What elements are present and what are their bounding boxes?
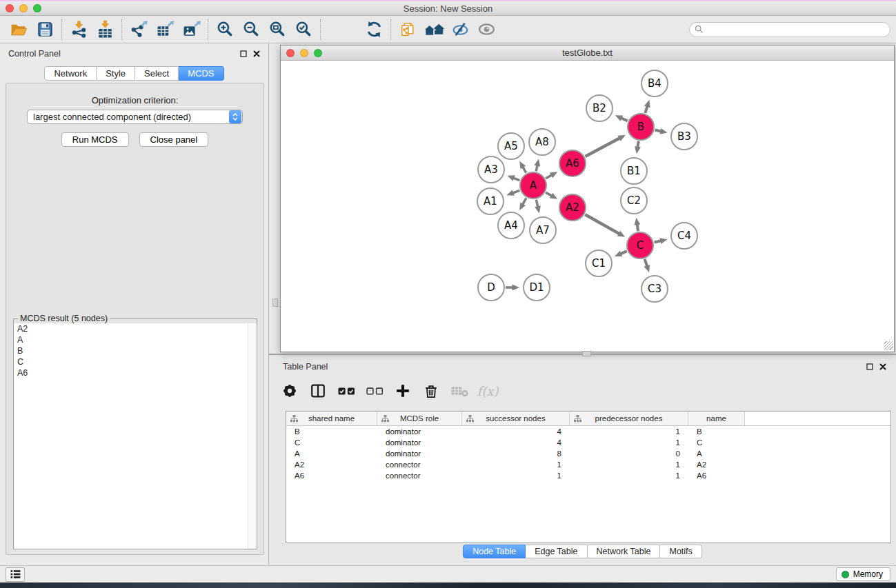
tab-motifs[interactable]: Motifs — [660, 545, 701, 558]
new-network-from-selection-button[interactable] — [395, 19, 421, 41]
network-node-A5[interactable]: A5 — [497, 132, 525, 160]
table-row[interactable]: A6connector11A6 — [286, 470, 890, 481]
export-image-button[interactable] — [178, 19, 204, 41]
split-divider-handle[interactable] — [272, 298, 278, 307]
mcds-result-item[interactable]: A6 — [14, 367, 257, 378]
hide-graphics-details-button[interactable] — [447, 19, 473, 41]
list-scrollbar[interactable] — [248, 323, 257, 549]
save-session-button[interactable] — [32, 19, 58, 41]
network-node-D[interactable]: D — [477, 274, 505, 301]
network-canvas[interactable]: B4B2BB3A8A5A6A3B1AC2A1A2A4A7C4CC1C3DD1 — [281, 61, 894, 351]
table-cell[interactable]: 1 — [570, 459, 688, 470]
table-cell[interactable]: 1 — [462, 459, 570, 470]
edge-A2-C[interactable] — [585, 214, 619, 234]
search-input[interactable] — [689, 22, 890, 37]
table-cell[interactable]: dominator — [377, 426, 462, 437]
run-mcds-button[interactable]: Run MCDS — [61, 132, 129, 147]
memory-button[interactable]: Memory — [836, 567, 890, 581]
table-cell[interactable]: 8 — [462, 448, 570, 459]
mcds-result-item[interactable]: C — [14, 356, 257, 367]
zoom-out-button[interactable] — [238, 19, 264, 41]
table-cell[interactable]: connector — [377, 459, 462, 470]
edge-A6-B[interactable] — [586, 138, 621, 156]
table-cell[interactable]: A6 — [286, 470, 377, 481]
criterion-dropdown[interactable]: largest connected component (directed) — [27, 110, 243, 124]
column-header-predecessor-nodes[interactable]: predecessor nodes — [570, 412, 688, 425]
network-node-C4[interactable]: C4 — [670, 222, 698, 250]
mcds-result-item[interactable]: B — [14, 345, 257, 356]
float-panel-icon[interactable] — [240, 50, 247, 57]
add-row-button[interactable] — [392, 380, 414, 402]
table-cell[interactable]: 0 — [570, 448, 688, 459]
zoom-selected-button[interactable] — [290, 19, 317, 41]
table-row[interactable]: Cdominator41C — [286, 437, 890, 448]
table-row[interactable]: Adominator80A — [286, 448, 890, 459]
table-row[interactable]: A2connector11A2 — [286, 459, 890, 470]
zoom-fit-button[interactable] — [264, 19, 290, 41]
float-table-panel-icon[interactable] — [866, 363, 873, 370]
table-cell[interactable]: 1 — [570, 426, 688, 437]
column-header-MCDS-role[interactable]: MCDS role — [377, 412, 462, 425]
open-session-button[interactable] — [6, 19, 32, 41]
resize-grip[interactable] — [884, 341, 893, 350]
tab-mcds[interactable]: MCDS — [179, 66, 223, 81]
close-panel-button[interactable]: Close panel — [139, 132, 209, 147]
network-node-A6[interactable]: A6 — [559, 150, 586, 177]
network-node-A7[interactable]: A7 — [529, 216, 557, 244]
network-node-C2[interactable]: C2 — [620, 187, 648, 214]
network-node-B[interactable]: B — [627, 113, 655, 141]
import-network-button[interactable] — [66, 19, 92, 41]
column-header-name[interactable]: name — [688, 412, 745, 425]
import-table-button[interactable] — [92, 19, 118, 41]
zoom-in-button[interactable] — [212, 19, 238, 41]
table-cell[interactable]: A2 — [688, 459, 745, 470]
table-cell[interactable]: C — [286, 437, 377, 448]
table-cell[interactable]: A — [688, 448, 745, 459]
settings-gear-button[interactable] — [279, 380, 301, 402]
close-table-panel-icon[interactable] — [879, 363, 886, 370]
network-node-C[interactable]: C — [626, 232, 654, 259]
network-node-A1[interactable]: A1 — [477, 187, 504, 215]
close-panel-icon[interactable] — [253, 50, 260, 57]
delete-row-button[interactable] — [420, 380, 442, 402]
column-header-successor-nodes[interactable]: successor nodes — [462, 412, 570, 425]
table-cell[interactable]: 4 — [462, 437, 570, 448]
network-node-B3[interactable]: B3 — [670, 123, 698, 150]
table-cell[interactable]: dominator — [377, 448, 462, 459]
tab-select[interactable]: Select — [135, 66, 179, 81]
table-row[interactable]: Bdominator41B — [286, 426, 890, 437]
tab-edge-table[interactable]: Edge Table — [526, 545, 587, 558]
show-graphics-details-button[interactable] — [473, 19, 499, 41]
mcds-result-item[interactable]: A2 — [14, 323, 257, 334]
network-node-A[interactable]: A — [519, 172, 547, 199]
tab-node-table[interactable]: Node Table — [463, 545, 526, 558]
splitter-handle[interactable] — [582, 351, 591, 356]
network-node-A8[interactable]: A8 — [528, 128, 556, 156]
export-network-button[interactable] — [126, 19, 152, 41]
table-cell[interactable]: B — [688, 426, 745, 437]
home-button[interactable] — [421, 19, 447, 41]
tab-network-table[interactable]: Network Table — [588, 545, 661, 558]
export-table-button[interactable] — [152, 19, 178, 41]
table-cell[interactable]: 1 — [462, 470, 570, 481]
show-column-button[interactable] — [307, 380, 329, 402]
table-cell[interactable]: C — [688, 437, 745, 448]
network-node-D1[interactable]: D1 — [523, 274, 550, 301]
select-all-button[interactable] — [335, 380, 357, 402]
table-cell[interactable]: 1 — [570, 437, 688, 448]
table-cell[interactable]: 4 — [462, 426, 570, 437]
network-node-C3[interactable]: C3 — [641, 275, 668, 303]
table-cell[interactable]: 1 — [570, 470, 688, 481]
network-node-B2[interactable]: B2 — [586, 94, 613, 122]
mcds-result-item[interactable]: A — [14, 334, 257, 345]
deselect-all-button[interactable] — [364, 380, 386, 402]
column-header-shared-name[interactable]: shared name — [286, 412, 377, 425]
table-cell[interactable]: dominator — [377, 437, 462, 448]
tab-style[interactable]: Style — [97, 66, 135, 81]
network-node-A2[interactable]: A2 — [559, 194, 586, 221]
horizontal-splitter[interactable] — [269, 354, 896, 355]
table-cell[interactable]: A2 — [286, 459, 377, 470]
network-node-B1[interactable]: B1 — [620, 157, 648, 185]
refresh-layout-button[interactable] — [361, 19, 387, 41]
table-cell[interactable]: A — [286, 448, 377, 459]
